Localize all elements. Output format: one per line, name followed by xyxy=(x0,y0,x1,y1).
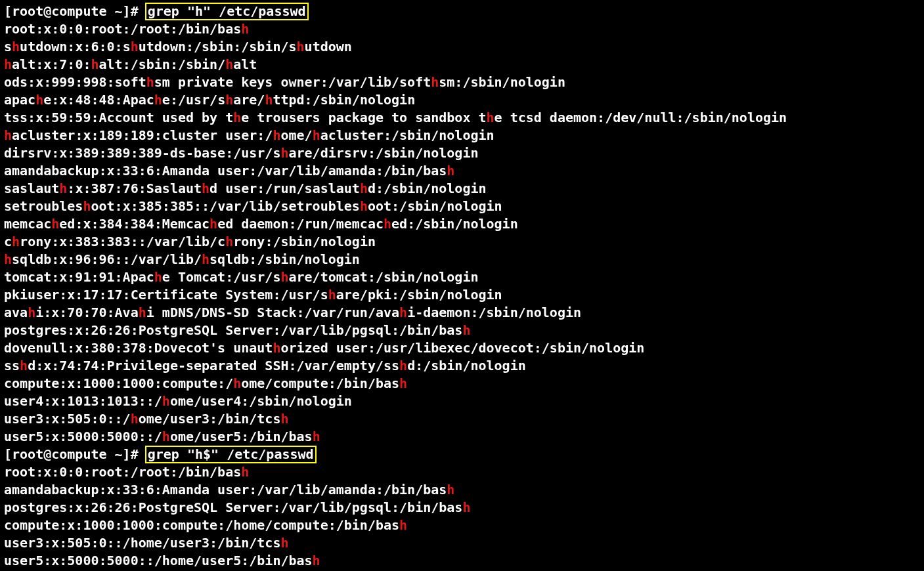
output-text: are/ xyxy=(233,92,265,108)
output-text: compute:x:1000:1000:compute:/home/comput… xyxy=(4,517,399,533)
output-line: user5:x:5000:5000::/home/user5:/bin/bash xyxy=(4,552,920,570)
output-text: saslaut xyxy=(4,180,59,196)
output-text: user4:x:1013:1013::/ xyxy=(4,393,162,409)
grep-match: h xyxy=(12,39,20,54)
output-text: tomcat:x:91:91:Apac xyxy=(4,269,154,285)
grep-match: h xyxy=(12,234,20,249)
grep-match: h xyxy=(202,251,209,267)
output-text: rony:x:383:383::/var/lib/c xyxy=(20,234,225,249)
grep-match: h xyxy=(280,145,288,161)
grep-match: h xyxy=(399,375,407,391)
output-text: sm:/sbin/nologin xyxy=(439,74,565,90)
output-text: ome/user4:/sbin/nologin xyxy=(170,393,352,409)
output-text: ed:x:384:384:Memcac xyxy=(59,216,209,232)
output-line: chrony:x:383:383::/var/lib/chrony:/sbin/… xyxy=(4,233,920,251)
grep-match: h xyxy=(225,92,233,108)
output-text: pkiuser:x:17:17:Certificate System:/usr/… xyxy=(4,287,328,303)
output-line: compute:x:1000:1000:compute:/home/comput… xyxy=(4,517,920,534)
output-text: ome/user3:/bin/tcs xyxy=(139,411,281,427)
output-line: apache:x:48:48:Apache:/usr/share/httpd:/… xyxy=(4,91,920,109)
command-text: grep "h$" /etc/passwd xyxy=(148,446,314,462)
grep-match: h xyxy=(399,305,407,320)
output-line: dirsrv:x:389:389:389-ds-base:/usr/share/… xyxy=(4,144,920,162)
output-text: ome/user5:/bin/bas xyxy=(170,429,313,444)
output-line: amandabackup:x:33:6:Amanda user:/var/lib… xyxy=(4,162,920,180)
output-line: avahi:x:70:70:Avahi mDNS/DNS-SD Stack:/v… xyxy=(4,304,920,322)
output-text: i mDNS/DNS-SD Stack:/var/run/ava xyxy=(146,305,399,320)
output-text: alt xyxy=(233,56,257,72)
output-text: e tcsd daemon:/dev/null:/sbin/nologin xyxy=(495,110,787,125)
prompt-line: [root@compute ~]# grep "h$" /etc/passwd xyxy=(4,446,920,463)
output-text: are/tomcat:/sbin/nologin xyxy=(289,269,479,285)
output-line: halt:x:7:0:halt:/sbin:/sbin/halt xyxy=(4,56,920,74)
output-line: shutdown:x:6:0:shutdown:/sbin:/sbin/shut… xyxy=(4,38,920,56)
output-line: memcached:x:384:384:Memcached daemon:/ru… xyxy=(4,215,920,233)
output-line: hacluster:x:189:189:cluster user:/home/h… xyxy=(4,127,920,144)
grep-match: h xyxy=(233,375,241,391)
output-text: alt:x:7:0: xyxy=(12,56,91,72)
output-text: postgres:x:26:26:PostgreSQL Server:/var/… xyxy=(4,499,462,515)
grep-match: h xyxy=(280,411,288,427)
output-text: user3:x:505:0::/home/user3:/bin/tcs xyxy=(4,535,280,551)
grep-match: h xyxy=(399,517,407,533)
output-text: ava xyxy=(4,305,28,320)
output-line: root:x:0:0:root:/root:/bin/bash xyxy=(4,463,920,481)
output-line: ods:x:999:998:softhsm private keys owner… xyxy=(4,74,920,91)
output-text: amandabackup:x:33:6:Amanda user:/var/lib… xyxy=(4,482,447,497)
output-text: user5:x:5000:5000::/ xyxy=(4,429,162,444)
output-line: pkiuser:x:17:17:Certificate System:/usr/… xyxy=(4,286,920,304)
output-text: root:x:0:0:root:/root:/bin/bas xyxy=(4,21,241,37)
output-line: amandabackup:x:33:6:Amanda user:/var/lib… xyxy=(4,481,920,499)
output-line: user3:x:505:0::/home/user3:/bin/tcsh xyxy=(4,534,920,552)
grep-match: h xyxy=(131,39,139,54)
grep-match: h xyxy=(131,411,139,427)
grep-match: h xyxy=(297,39,305,54)
prompt-line: [root@compute ~]# grep "h" /etc/passwd xyxy=(4,3,920,20)
output-text: d:/sbin/nologin xyxy=(368,180,487,196)
output-text: oot:x:385:385::/var/lib/setroubles xyxy=(91,198,359,214)
grep-match: h xyxy=(4,251,12,267)
grep-match: h xyxy=(384,216,391,232)
command-highlight-box: grep "h" /etc/passwd xyxy=(145,3,309,20)
output-text: compute:x:1000:1000:compute:/ xyxy=(4,375,233,391)
output-line: saslauth:x:387:76:Saslauthd user:/run/sa… xyxy=(4,180,920,198)
output-text: alt:/sbin:/sbin/ xyxy=(99,56,226,72)
output-text: dirsrv:x:389:389:389-ds-base:/usr/s xyxy=(4,145,280,161)
output-line: hsqldb:x:96:96::/var/lib/hsqldb:/sbin/no… xyxy=(4,251,920,268)
output-text: memcac xyxy=(4,216,51,232)
output-text: setroubles xyxy=(4,198,83,214)
grep-match: h xyxy=(83,198,91,214)
grep-match: h xyxy=(91,56,99,72)
output-text: postgres:x:26:26:PostgreSQL Server:/var/… xyxy=(4,322,462,338)
output-line: tomcat:x:91:91:Apache Tomcat:/usr/share/… xyxy=(4,268,920,286)
shell-prompt: [root@compute ~]# xyxy=(4,446,146,462)
output-text: i-daemon:/sbin/nologin xyxy=(407,305,581,320)
grep-match: h xyxy=(462,499,470,515)
grep-match: h xyxy=(313,127,320,143)
grep-match: h xyxy=(273,127,280,143)
output-text: rony:/sbin/nologin xyxy=(233,234,376,249)
grep-match: h xyxy=(313,429,320,444)
output-line: root:x:0:0:root:/root:/bin/bash xyxy=(4,20,920,38)
output-text: ods:x:999:998:soft xyxy=(4,74,146,90)
command-text: grep "h" /etc/passwd xyxy=(148,3,306,19)
output-text: utdown:/sbin:/sbin/s xyxy=(139,39,297,54)
output-text: are/pki:/sbin/nologin xyxy=(336,287,502,303)
output-line: postgres:x:26:26:PostgreSQL Server:/var/… xyxy=(4,322,920,339)
grep-match: h xyxy=(225,234,233,249)
output-line: tss:x:59:59:Account used by the trousers… xyxy=(4,109,920,127)
output-text: sqldb:/sbin/nologin xyxy=(209,251,360,267)
grep-match: h xyxy=(360,198,368,214)
output-text: ss xyxy=(4,358,20,373)
grep-match: h xyxy=(360,180,368,196)
output-text: ed daemon:/run/memcac xyxy=(217,216,384,232)
grep-match: h xyxy=(399,358,407,373)
grep-match: h xyxy=(154,269,162,285)
output-line: user3:x:505:0::/home/user3:/bin/tcsh xyxy=(4,410,920,428)
terminal-output[interactable]: [root@compute ~]# grep "h" /etc/passwdro… xyxy=(0,0,924,571)
grep-match: h xyxy=(59,180,67,196)
output-text: e trousers package to sandbox t xyxy=(241,110,486,125)
grep-match: h xyxy=(447,482,454,497)
grep-match: h xyxy=(162,393,170,409)
output-text: d:x:74:74:Privilege-separated SSH:/var/e… xyxy=(28,358,399,373)
